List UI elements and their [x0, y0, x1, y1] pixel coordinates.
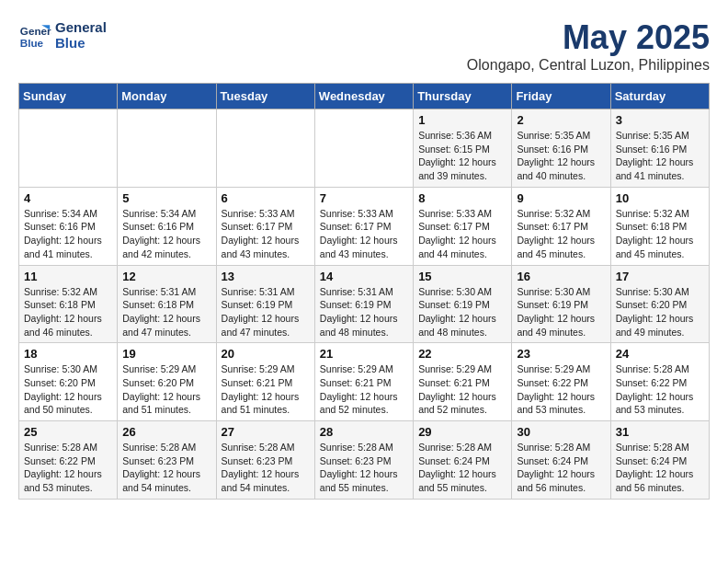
- day-cell: [118, 109, 216, 188]
- day-info: Sunrise: 5:32 AMSunset: 6:18 PMDaylight:…: [616, 207, 704, 261]
- day-cell: 20Sunrise: 5:29 AMSunset: 6:21 PMDayligh…: [216, 343, 314, 421]
- day-number: 9: [517, 191, 605, 205]
- day-info: Sunrise: 5:32 AMSunset: 6:17 PMDaylight:…: [517, 207, 605, 261]
- header-row: SundayMondayTuesdayWednesdayThursdayFrid…: [19, 84, 710, 109]
- week-row-1: 1Sunrise: 5:36 AMSunset: 6:15 PMDaylight…: [19, 109, 710, 188]
- day-number: 29: [418, 425, 506, 439]
- day-number: 12: [122, 270, 210, 283]
- day-info: Sunrise: 5:28 AMSunset: 6:22 PMDaylight:…: [616, 362, 704, 417]
- day-number: 2: [517, 113, 605, 127]
- day-cell: 8Sunrise: 5:33 AMSunset: 6:17 PMDaylight…: [414, 187, 512, 265]
- day-cell: 23Sunrise: 5:29 AMSunset: 6:22 PMDayligh…: [512, 343, 610, 421]
- day-number: 27: [222, 425, 310, 439]
- week-row-2: 4Sunrise: 5:34 AMSunset: 6:16 PMDaylight…: [19, 187, 710, 265]
- day-number: 23: [517, 347, 605, 361]
- day-cell: [216, 109, 314, 188]
- day-info: Sunrise: 5:32 AMSunset: 6:18 PMDaylight:…: [24, 285, 112, 339]
- day-cell: 1Sunrise: 5:36 AMSunset: 6:15 PMDaylight…: [414, 109, 512, 188]
- day-info: Sunrise: 5:28 AMSunset: 6:23 PMDaylight:…: [222, 441, 310, 495]
- logo-line1: General: [55, 19, 107, 35]
- day-info: Sunrise: 5:30 AMSunset: 6:19 PMDaylight:…: [418, 285, 506, 339]
- day-cell: [19, 109, 118, 188]
- day-number: 18: [24, 347, 112, 361]
- title-block: May 2025 Olongapo, Central Luzon, Philip…: [467, 18, 710, 74]
- day-cell: 14Sunrise: 5:31 AMSunset: 6:19 PMDayligh…: [314, 265, 413, 343]
- day-info: Sunrise: 5:33 AMSunset: 6:17 PMDaylight:…: [320, 207, 408, 261]
- day-number: 25: [24, 425, 112, 439]
- day-info: Sunrise: 5:30 AMSunset: 6:19 PMDaylight:…: [517, 285, 605, 339]
- day-cell: [314, 109, 413, 188]
- week-row-5: 25Sunrise: 5:28 AMSunset: 6:22 PMDayligh…: [19, 421, 710, 500]
- day-info: Sunrise: 5:35 AMSunset: 6:16 PMDaylight:…: [517, 129, 605, 183]
- day-info: Sunrise: 5:30 AMSunset: 6:20 PMDaylight:…: [616, 285, 704, 339]
- day-info: Sunrise: 5:36 AMSunset: 6:15 PMDaylight:…: [418, 129, 506, 183]
- day-info: Sunrise: 5:34 AMSunset: 6:16 PMDaylight:…: [122, 207, 210, 261]
- day-cell: 3Sunrise: 5:35 AMSunset: 6:16 PMDaylight…: [610, 109, 709, 188]
- day-info: Sunrise: 5:28 AMSunset: 6:24 PMDaylight:…: [517, 441, 605, 495]
- day-cell: 12Sunrise: 5:31 AMSunset: 6:18 PMDayligh…: [118, 265, 216, 343]
- day-number: 24: [616, 347, 704, 361]
- day-cell: 11Sunrise: 5:32 AMSunset: 6:18 PMDayligh…: [19, 265, 118, 343]
- day-number: 17: [616, 270, 704, 283]
- day-cell: 2Sunrise: 5:35 AMSunset: 6:16 PMDaylight…: [512, 109, 610, 188]
- day-number: 1: [418, 113, 506, 127]
- day-info: Sunrise: 5:35 AMSunset: 6:16 PMDaylight:…: [616, 129, 704, 183]
- day-cell: 7Sunrise: 5:33 AMSunset: 6:17 PMDaylight…: [314, 187, 413, 265]
- day-number: 10: [616, 191, 704, 205]
- day-cell: 26Sunrise: 5:28 AMSunset: 6:23 PMDayligh…: [118, 421, 216, 500]
- day-info: Sunrise: 5:28 AMSunset: 6:23 PMDaylight:…: [320, 441, 408, 495]
- day-cell: 17Sunrise: 5:30 AMSunset: 6:20 PMDayligh…: [610, 265, 709, 343]
- day-number: 6: [222, 191, 310, 205]
- day-number: 13: [222, 270, 310, 283]
- day-cell: 4Sunrise: 5:34 AMSunset: 6:16 PMDaylight…: [19, 187, 118, 265]
- day-info: Sunrise: 5:29 AMSunset: 6:22 PMDaylight:…: [517, 362, 605, 417]
- day-number: 31: [616, 425, 704, 439]
- day-info: Sunrise: 5:29 AMSunset: 6:21 PMDaylight:…: [222, 362, 310, 417]
- day-cell: 25Sunrise: 5:28 AMSunset: 6:22 PMDayligh…: [19, 421, 118, 500]
- col-header-saturday: Saturday: [610, 84, 709, 109]
- col-header-thursday: Thursday: [414, 84, 512, 109]
- day-number: 5: [122, 191, 210, 205]
- page-header: General Blue General Blue May 2025 Olong…: [18, 18, 710, 74]
- day-number: 11: [24, 270, 112, 283]
- day-cell: 9Sunrise: 5:32 AMSunset: 6:17 PMDaylight…: [512, 187, 610, 265]
- day-number: 22: [418, 347, 506, 361]
- svg-text:Blue: Blue: [20, 37, 44, 49]
- day-number: 30: [517, 425, 605, 439]
- col-header-friday: Friday: [512, 84, 610, 109]
- day-number: 21: [320, 347, 408, 361]
- day-number: 19: [122, 347, 210, 361]
- day-info: Sunrise: 5:28 AMSunset: 6:24 PMDaylight:…: [616, 441, 704, 495]
- day-info: Sunrise: 5:30 AMSunset: 6:20 PMDaylight:…: [24, 362, 112, 417]
- day-cell: 16Sunrise: 5:30 AMSunset: 6:19 PMDayligh…: [512, 265, 610, 343]
- week-row-3: 11Sunrise: 5:32 AMSunset: 6:18 PMDayligh…: [19, 265, 710, 343]
- day-cell: 21Sunrise: 5:29 AMSunset: 6:21 PMDayligh…: [314, 343, 413, 421]
- calendar-table: SundayMondayTuesdayWednesdayThursdayFrid…: [18, 83, 710, 500]
- day-cell: 29Sunrise: 5:28 AMSunset: 6:24 PMDayligh…: [414, 421, 512, 500]
- day-cell: 6Sunrise: 5:33 AMSunset: 6:17 PMDaylight…: [216, 187, 314, 265]
- day-number: 8: [418, 191, 506, 205]
- day-cell: 18Sunrise: 5:30 AMSunset: 6:20 PMDayligh…: [19, 343, 118, 421]
- day-info: Sunrise: 5:34 AMSunset: 6:16 PMDaylight:…: [24, 207, 112, 261]
- col-header-monday: Monday: [118, 84, 216, 109]
- day-info: Sunrise: 5:28 AMSunset: 6:23 PMDaylight:…: [122, 441, 210, 495]
- day-cell: 19Sunrise: 5:29 AMSunset: 6:20 PMDayligh…: [118, 343, 216, 421]
- day-cell: 15Sunrise: 5:30 AMSunset: 6:19 PMDayligh…: [414, 265, 512, 343]
- day-cell: 10Sunrise: 5:32 AMSunset: 6:18 PMDayligh…: [610, 187, 709, 265]
- week-row-4: 18Sunrise: 5:30 AMSunset: 6:20 PMDayligh…: [19, 343, 710, 421]
- day-cell: 24Sunrise: 5:28 AMSunset: 6:22 PMDayligh…: [610, 343, 709, 421]
- day-number: 4: [24, 191, 112, 205]
- day-info: Sunrise: 5:29 AMSunset: 6:21 PMDaylight:…: [418, 362, 506, 417]
- day-cell: 22Sunrise: 5:29 AMSunset: 6:21 PMDayligh…: [414, 343, 512, 421]
- day-info: Sunrise: 5:28 AMSunset: 6:24 PMDaylight:…: [418, 441, 506, 495]
- day-info: Sunrise: 5:33 AMSunset: 6:17 PMDaylight:…: [418, 207, 506, 261]
- day-info: Sunrise: 5:33 AMSunset: 6:17 PMDaylight:…: [222, 207, 310, 261]
- day-number: 7: [320, 191, 408, 205]
- day-number: 26: [122, 425, 210, 439]
- day-number: 20: [222, 347, 310, 361]
- day-cell: 13Sunrise: 5:31 AMSunset: 6:19 PMDayligh…: [216, 265, 314, 343]
- day-cell: 5Sunrise: 5:34 AMSunset: 6:16 PMDaylight…: [118, 187, 216, 265]
- day-info: Sunrise: 5:31 AMSunset: 6:19 PMDaylight:…: [222, 285, 310, 339]
- col-header-tuesday: Tuesday: [216, 84, 314, 109]
- day-info: Sunrise: 5:29 AMSunset: 6:20 PMDaylight:…: [122, 362, 210, 417]
